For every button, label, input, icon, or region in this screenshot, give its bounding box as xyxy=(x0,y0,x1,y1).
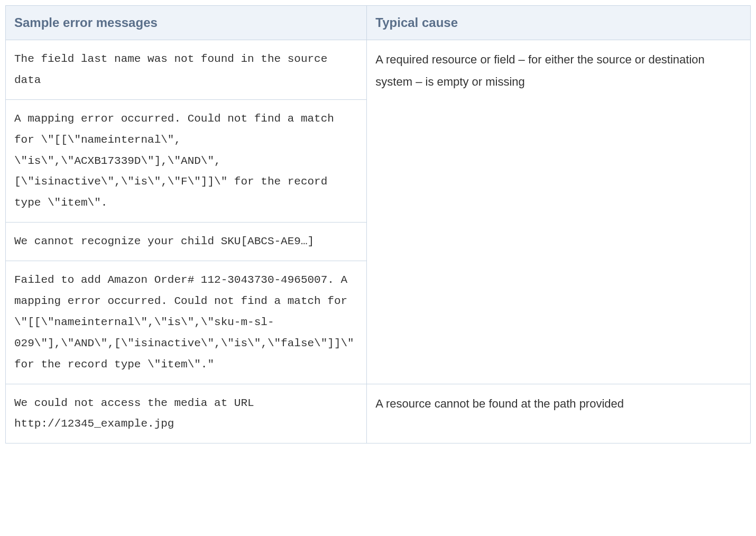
error-message-cell: The field last name was not found in the… xyxy=(6,40,367,100)
header-typical-cause: Typical cause xyxy=(367,6,751,40)
error-messages-table: Sample error messages Typical cause The … xyxy=(5,5,751,443)
table-row: We could not access the media at URL htt… xyxy=(6,384,751,443)
cause-cell: A required resource or field – for eithe… xyxy=(367,40,751,384)
error-message-cell: We could not access the media at URL htt… xyxy=(6,384,367,443)
error-message-cell: A mapping error occurred. Could not find… xyxy=(6,99,367,222)
error-message-cell: Failed to add Amazon Order# 112-3043730-… xyxy=(6,261,367,384)
table-header-row: Sample error messages Typical cause xyxy=(6,6,751,40)
table-row: The field last name was not found in the… xyxy=(6,40,751,100)
error-message-cell: We cannot recognize your child SKU[ABCS-… xyxy=(6,223,367,261)
cause-cell: A resource cannot be found at the path p… xyxy=(367,384,751,443)
header-sample-errors: Sample error messages xyxy=(6,6,367,40)
